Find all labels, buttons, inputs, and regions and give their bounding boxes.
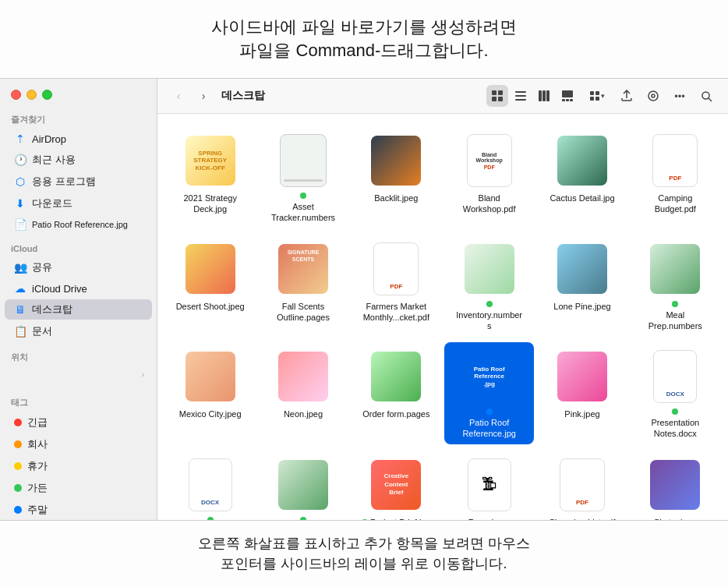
sidebar-item-airdrop[interactable]: ⇡ AirDrop <box>5 129 152 148</box>
sidebar-section-tags: 태그 <box>0 391 157 412</box>
file-thumb-image <box>186 352 235 401</box>
file-item-f23[interactable]: PDF Shopping List.pdf <box>537 451 627 520</box>
file-item-f8[interactable]: SIGNATURESCENTS Fall Scents Outline.page… <box>258 235 348 337</box>
file-name-label: Asset Tracker.numbers <box>268 193 338 224</box>
sidebar-item-icloud[interactable]: ☁ iCloud Drive <box>5 279 152 298</box>
sidebar-item-patio-shortcut[interactable]: 📄 Patio Roof Reference.jpg <box>5 215 152 234</box>
shared-icon: 👥 <box>14 261 27 274</box>
file-thumbnail <box>647 241 703 297</box>
sidebar-item-recent[interactable]: 🕐 최근 사용 <box>5 150 152 170</box>
sidebar-item-docs[interactable]: 📋 문서 <box>5 321 152 341</box>
file-thumb-image: SPRINGSTRATEGYKICK-OFF <box>186 136 235 186</box>
file-thumbnail <box>182 348 239 405</box>
sidebar-item-tag-urgent[interactable]: 긴급 <box>5 412 152 433</box>
tag-color-dot <box>14 419 22 426</box>
group-button[interactable]: ▾ <box>583 85 611 107</box>
file-item-f5[interactable]: Cactus Detail.jpg <box>537 126 627 228</box>
minimize-button[interactable] <box>27 90 37 100</box>
svg-rect-3 <box>498 97 503 101</box>
icon-view-button[interactable] <box>486 85 508 107</box>
file-item-f19[interactable]: DOCX Presentation Outline.docx <box>165 451 255 520</box>
tag-dot-badge <box>672 408 678 415</box>
svg-rect-11 <box>562 99 565 101</box>
forward-button[interactable]: › <box>193 86 214 106</box>
search-button[interactable] <box>695 85 717 107</box>
tag-dot-badge <box>486 408 493 415</box>
file-item-f2[interactable]: Asset Tracker.numbers <box>258 126 348 228</box>
sidebar-item-tag-company[interactable]: 회사 <box>5 434 152 454</box>
file-item-f10[interactable]: Inventory.numbers <box>444 235 534 337</box>
file-item-f12[interactable]: Meal Prep.numbers <box>631 235 720 337</box>
file-thumbnail: SIGNATURESCENTS <box>275 241 331 297</box>
file-item-f13[interactable]: Mexico City.jpeg <box>165 342 255 444</box>
back-button[interactable]: ‹ <box>168 86 189 106</box>
sidebar-item-desktop[interactable]: 🖥 데스크탑 <box>5 299 152 320</box>
svg-rect-8 <box>542 90 546 101</box>
close-button[interactable] <box>11 90 21 100</box>
apps-icon: ⬡ <box>14 175 27 188</box>
sidebar-item-locations-arrow[interactable]: › <box>5 367 152 382</box>
file-thumbnail <box>647 457 703 513</box>
file-thumb-image <box>650 460 700 510</box>
file-thumbnail: PDF <box>554 457 610 513</box>
file-item-f18[interactable]: DOCX Presentation Notes.docx <box>631 342 720 444</box>
file-thumb-image <box>278 460 328 510</box>
finder-window: 즐겨찾기 ⇡ AirDrop 🕐 최근 사용 ⬡ 응용 프로그램 ⬇ 다운로드 … <box>0 78 728 521</box>
file-name-label: Pink.jpeg <box>564 408 599 419</box>
file-thumbnail: DOCX <box>647 348 703 405</box>
sidebar-item-apps[interactable]: ⬡ 응용 프로그램 <box>5 172 152 192</box>
file-item-f3[interactable]: Backlit.jpeg <box>352 126 441 228</box>
file-name-label: Camping Budget.pdf <box>640 193 710 215</box>
file-thumbnail <box>275 348 331 405</box>
sidebar-item-tag-vacation[interactable]: 휴가 <box>5 456 152 476</box>
svg-point-20 <box>702 92 709 99</box>
file-name-label: Order form.pages <box>362 408 429 419</box>
file-icon: 📄 <box>14 218 27 231</box>
file-item-f9[interactable]: PDF Farmers Market Monthly...cket.pdf <box>352 235 441 337</box>
file-name-label: Fall Scents Outline.pages <box>268 301 338 324</box>
sidebar-item-downloads[interactable]: ⬇ 다운로드 <box>5 193 152 214</box>
file-item-f7[interactable]: Desert Shoot.jpeg <box>165 235 255 337</box>
file-name-label: Project Brief.jpg <box>362 517 431 520</box>
file-item-f4[interactable]: BlandWorkshopPDF Bland Workshop.pdf <box>444 126 534 228</box>
svg-line-21 <box>709 98 712 101</box>
file-item-f20[interactable]: Production Budget.numbers <box>258 451 348 520</box>
file-item-f21[interactable]: CreativeContentBrief Project Brief.jpg <box>352 451 441 520</box>
share-button[interactable] <box>616 85 638 107</box>
svg-rect-16 <box>590 97 594 101</box>
svg-point-19 <box>652 94 655 97</box>
file-item-f15[interactable]: Order form.pages <box>352 342 441 444</box>
file-thumbnail <box>554 133 610 189</box>
file-item-f22[interactable]: 🗜 Round one Deliverables.zip <box>444 451 534 520</box>
file-item-f14[interactable]: Neon.jpeg <box>258 342 348 444</box>
file-name-label: Neon.jpeg <box>284 408 323 419</box>
column-view-button[interactable] <box>533 85 555 107</box>
file-item-f24[interactable]: Skater.jpeg <box>631 451 720 520</box>
gallery-view-button[interactable] <box>557 85 578 107</box>
svg-rect-10 <box>562 90 573 97</box>
sidebar-item-tag-weekend[interactable]: 주말 <box>5 500 152 520</box>
file-item-f17[interactable]: Pink.jpeg <box>537 342 627 444</box>
sidebar-item-tag-garden[interactable]: 가든 <box>5 478 152 498</box>
file-thumb-image: PDF <box>652 134 698 187</box>
file-thumb-image <box>557 244 607 294</box>
fullscreen-button[interactable] <box>42 90 52 100</box>
file-thumb-image <box>650 244 700 294</box>
file-thumbnail: Patio RoofReference.jpg <box>461 348 518 405</box>
file-item-f11[interactable]: Lone Pine.jpeg <box>537 235 627 337</box>
file-name-label: Bland Workshop.pdf <box>454 193 525 215</box>
tag-color-dot <box>14 462 22 470</box>
file-item-f16[interactable]: Patio RoofReference.jpg Patio Roof Refer… <box>444 342 534 444</box>
file-thumbnail: CreativeContentBrief <box>368 457 424 513</box>
list-view-button[interactable] <box>510 85 532 107</box>
file-thumb-image <box>186 244 235 294</box>
sidebar-item-shared[interactable]: 👥 공유 <box>5 257 152 278</box>
more-button[interactable]: ••• <box>669 85 691 107</box>
file-name-label: Desert Shoot.jpeg <box>176 301 245 312</box>
file-name-label: Farmers Market Monthly...cket.pdf <box>361 301 431 324</box>
file-item-f1[interactable]: SPRINGSTRATEGYKICK-OFF 2021 Strategy Dec… <box>165 126 255 228</box>
svg-rect-12 <box>566 99 569 101</box>
file-thumbnail <box>182 241 239 297</box>
file-item-f6[interactable]: PDF Camping Budget.pdf <box>631 126 720 228</box>
tag-button[interactable] <box>642 85 664 107</box>
